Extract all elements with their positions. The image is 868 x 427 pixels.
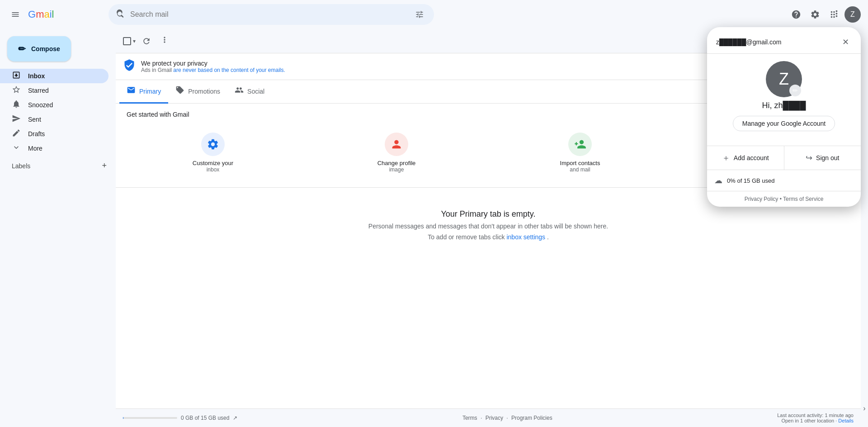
drafts-label: Drafts (28, 130, 101, 138)
customize-label: Customize your (193, 160, 233, 166)
popup-email: z██████@gmail.com (716, 38, 782, 46)
tab-social-label: Social (247, 88, 264, 95)
account-popup: z██████@gmail.com ✕ Z ✏ Hi, zh████ Manag… (707, 27, 861, 207)
compose-button[interactable]: ✏ Compose (7, 36, 71, 62)
import-contacts-item[interactable]: Import contacts and mail (490, 125, 670, 180)
search-options-button[interactable] (412, 7, 427, 22)
popup-greeting: Hi, zh████ (714, 101, 854, 110)
footer-right: Last account activity: 1 minute ago Open… (777, 413, 854, 423)
add-account-icon: ＋ (722, 152, 730, 163)
inbox-label: Inbox (28, 72, 101, 80)
contacts-icon-circle (568, 133, 592, 156)
contacts-sublabel: and mail (570, 166, 590, 173)
menu-button[interactable] (7, 6, 24, 23)
sign-out-label: Sign out (816, 154, 839, 161)
footer-program-policies-link[interactable]: Program Policies (511, 415, 552, 421)
sign-out-icon: ↪ (806, 153, 812, 163)
popup-header: z██████@gmail.com ✕ (707, 27, 861, 54)
app-header: Gmail (0, 0, 868, 29)
footer-links: Terms · Privacy · Program Policies (461, 415, 554, 421)
sent-label: Sent (28, 116, 101, 123)
profile-sublabel: image (389, 166, 404, 173)
customize-inbox-item[interactable]: Customize your inbox (123, 125, 303, 180)
labels-title: Labels (12, 162, 30, 170)
tab-promotions-icon (175, 85, 184, 97)
settings-button[interactable] (807, 6, 824, 23)
contacts-label: Import contacts (560, 160, 600, 166)
popup-storage-label: 0% of 15 GB used (727, 177, 775, 184)
footer-privacy-link[interactable]: Privacy (486, 415, 503, 421)
tab-social[interactable]: Social (227, 80, 272, 104)
select-dropdown-arrow[interactable]: ▾ (133, 38, 136, 44)
page-footer: 0 GB of 15 GB used ↗ Terms · Privacy · P… (116, 408, 861, 427)
add-account-button[interactable]: ＋ Add account (707, 146, 784, 170)
storage-fill (123, 417, 123, 419)
tab-primary[interactable]: Primary (119, 80, 168, 104)
more-options-button[interactable] (157, 33, 172, 49)
popup-avatar: Z ✏ (766, 61, 802, 97)
customize-icon-circle (201, 133, 225, 156)
sent-icon (12, 114, 21, 125)
account-avatar-button[interactable]: Z (844, 6, 861, 23)
customize-sublabel: inbox (207, 166, 220, 173)
search-input[interactable] (130, 10, 412, 19)
shield-icon (123, 59, 136, 74)
apps-button[interactable] (826, 6, 843, 23)
inbox-icon (12, 71, 21, 82)
tab-social-icon (235, 85, 244, 97)
tab-promotions[interactable]: Promotions (168, 80, 227, 104)
manage-google-account-button[interactable]: Manage your Google Account (733, 116, 835, 131)
more-icon (12, 143, 21, 154)
storage-text: 0 GB of 15 GB used (181, 415, 229, 421)
popup-storage: ☁ 0% of 15 GB used (707, 170, 861, 191)
privacy-policy-link[interactable]: Privacy Policy (745, 196, 778, 202)
popup-footer-separator: • (780, 196, 783, 202)
empty-subtitle: Personal messages and messages that don'… (123, 223, 854, 230)
sign-out-button[interactable]: ↪ Sign out (784, 146, 861, 170)
sidebar-item-drafts[interactable]: Drafts (0, 127, 108, 141)
refresh-button[interactable] (139, 34, 154, 48)
empty-cta: To add or remove tabs click inbox settin… (123, 233, 854, 241)
select-checkbox-area: ▾ (123, 37, 136, 45)
labels-section-header: Labels + (0, 156, 116, 174)
gmail-logo: Gmail (28, 9, 54, 20)
change-profile-item[interactable]: Change profile image (307, 125, 486, 180)
starred-icon (12, 85, 21, 96)
popup-avatar-initial: Z (779, 70, 789, 89)
profile-label: Change profile (377, 160, 416, 166)
privacy-link[interactable]: are never based on the content of your e… (173, 67, 285, 73)
privacy-title: We protect your privacy (141, 60, 285, 67)
sidebar-item-sent[interactable]: Sent (0, 112, 108, 127)
footer-terms-link[interactable]: Terms (462, 415, 477, 421)
search-icon (116, 9, 125, 20)
cloud-icon: ☁ (714, 176, 722, 185)
sidebar-item-more[interactable]: More (0, 141, 108, 156)
popup-avatar-edit-button[interactable]: ✏ (789, 85, 801, 96)
search-bar[interactable] (108, 4, 434, 25)
footer-left: 0 GB of 15 GB used ↗ (123, 415, 237, 421)
empty-cta-text: To add or remove tabs click (428, 233, 505, 241)
add-label-button[interactable]: + (100, 159, 108, 172)
help-button[interactable] (788, 6, 805, 23)
sidebar-item-snoozed[interactable]: Snoozed (0, 98, 108, 112)
popup-close-button[interactable]: ✕ (840, 34, 852, 50)
sidebar-item-inbox[interactable]: Inbox (0, 69, 108, 83)
footer-details-link[interactable]: Details (838, 418, 854, 423)
tab-primary-label: Primary (139, 88, 161, 95)
snoozed-label: Snoozed (28, 101, 101, 109)
storage-external-link-icon[interactable]: ↗ (233, 415, 237, 421)
more-label: More (28, 145, 101, 152)
terms-of-service-link[interactable]: Terms of Service (783, 196, 823, 202)
inbox-settings-link[interactable]: inbox settings (506, 233, 545, 241)
empty-title: Your Primary tab is empty. (123, 209, 854, 219)
sidebar-item-starred[interactable]: Starred (0, 83, 108, 98)
right-panel[interactable]: › (861, 29, 868, 427)
open-in-text: Open in 1 other location (781, 418, 834, 423)
tab-primary-icon (127, 85, 136, 97)
header-left: Gmail (7, 6, 98, 23)
tab-promotions-label: Promotions (188, 88, 220, 95)
drafts-icon (12, 128, 21, 140)
select-all-checkbox[interactable] (123, 37, 131, 45)
popup-body: Z ✏ Hi, zh████ Manage your Google Accoun… (707, 54, 861, 138)
privacy-subtitle: Ads in Gmail are never based on the cont… (141, 67, 285, 73)
